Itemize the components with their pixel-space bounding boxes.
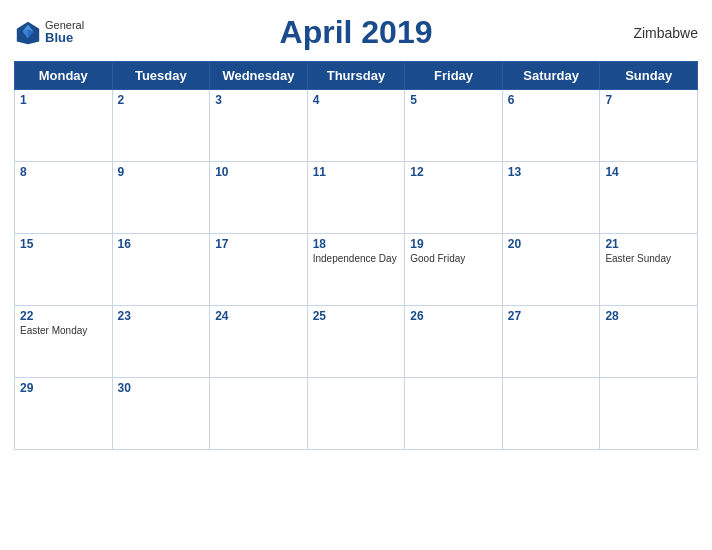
day-number-7: 7 (605, 93, 692, 107)
day-cell-14: 14 (600, 162, 698, 234)
day-cell-24: 24 (210, 306, 308, 378)
day-cell-30: 30 (112, 378, 210, 450)
day-cell-9: 9 (112, 162, 210, 234)
day-number-29: 29 (20, 381, 107, 395)
day-cell-17: 17 (210, 234, 308, 306)
day-number-12: 12 (410, 165, 497, 179)
day-number-20: 20 (508, 237, 595, 251)
logo-area: General Blue (14, 19, 84, 47)
day-number-6: 6 (508, 93, 595, 107)
logo-blue: Blue (45, 31, 84, 45)
calendar-body: 123456789101112131415161718Independence … (15, 90, 698, 450)
day-cell-empty (307, 378, 405, 450)
calendar-header: General Blue April 2019 Zimbabwe (14, 10, 698, 55)
day-cell-25: 25 (307, 306, 405, 378)
day-cell-22: 22Easter Monday (15, 306, 113, 378)
day-number-9: 9 (118, 165, 205, 179)
logo-icon (14, 19, 42, 47)
calendar-grid: Monday Tuesday Wednesday Thursday Friday… (14, 61, 698, 450)
day-cell-5: 5 (405, 90, 503, 162)
holiday-label: Good Friday (410, 253, 497, 264)
day-number-10: 10 (215, 165, 302, 179)
day-number-28: 28 (605, 309, 692, 323)
day-number-16: 16 (118, 237, 205, 251)
day-number-5: 5 (410, 93, 497, 107)
day-cell-29: 29 (15, 378, 113, 450)
header-tuesday: Tuesday (112, 62, 210, 90)
day-cell-12: 12 (405, 162, 503, 234)
day-number-27: 27 (508, 309, 595, 323)
day-cell-2: 2 (112, 90, 210, 162)
day-number-8: 8 (20, 165, 107, 179)
day-number-11: 11 (313, 165, 400, 179)
day-number-23: 23 (118, 309, 205, 323)
day-cell-6: 6 (502, 90, 600, 162)
week-row-2: 891011121314 (15, 162, 698, 234)
day-number-19: 19 (410, 237, 497, 251)
day-cell-empty (600, 378, 698, 450)
day-cell-20: 20 (502, 234, 600, 306)
day-cell-27: 27 (502, 306, 600, 378)
calendar-title: April 2019 (280, 14, 433, 51)
day-cell-empty (210, 378, 308, 450)
day-cell-8: 8 (15, 162, 113, 234)
day-cell-11: 11 (307, 162, 405, 234)
week-row-3: 15161718Independence Day19Good Friday202… (15, 234, 698, 306)
header-thursday: Thursday (307, 62, 405, 90)
holiday-label: Independence Day (313, 253, 400, 264)
day-number-26: 26 (410, 309, 497, 323)
day-number-15: 15 (20, 237, 107, 251)
header-wednesday: Wednesday (210, 62, 308, 90)
day-number-3: 3 (215, 93, 302, 107)
holiday-label: Easter Sunday (605, 253, 692, 264)
week-row-1: 1234567 (15, 90, 698, 162)
day-number-14: 14 (605, 165, 692, 179)
day-number-21: 21 (605, 237, 692, 251)
week-row-5: 2930 (15, 378, 698, 450)
day-cell-19: 19Good Friday (405, 234, 503, 306)
day-cell-21: 21Easter Sunday (600, 234, 698, 306)
day-number-17: 17 (215, 237, 302, 251)
calendar-container: General Blue April 2019 Zimbabwe Monday … (0, 0, 712, 550)
day-number-18: 18 (313, 237, 400, 251)
day-cell-1: 1 (15, 90, 113, 162)
day-cell-4: 4 (307, 90, 405, 162)
country-name: Zimbabwe (633, 25, 698, 41)
day-cell-15: 15 (15, 234, 113, 306)
day-cell-13: 13 (502, 162, 600, 234)
holiday-label: Easter Monday (20, 325, 107, 336)
day-cell-16: 16 (112, 234, 210, 306)
day-number-13: 13 (508, 165, 595, 179)
week-row-4: 22Easter Monday232425262728 (15, 306, 698, 378)
day-number-25: 25 (313, 309, 400, 323)
header-sunday: Sunday (600, 62, 698, 90)
header-saturday: Saturday (502, 62, 600, 90)
day-number-24: 24 (215, 309, 302, 323)
day-number-30: 30 (118, 381, 205, 395)
day-number-22: 22 (20, 309, 107, 323)
day-number-4: 4 (313, 93, 400, 107)
day-cell-18: 18Independence Day (307, 234, 405, 306)
day-cell-empty (405, 378, 503, 450)
day-cell-3: 3 (210, 90, 308, 162)
day-cell-23: 23 (112, 306, 210, 378)
logo-text: General Blue (45, 19, 84, 45)
weekday-header-row: Monday Tuesday Wednesday Thursday Friday… (15, 62, 698, 90)
day-cell-26: 26 (405, 306, 503, 378)
day-number-2: 2 (118, 93, 205, 107)
day-cell-empty (502, 378, 600, 450)
day-cell-10: 10 (210, 162, 308, 234)
header-monday: Monday (15, 62, 113, 90)
header-friday: Friday (405, 62, 503, 90)
day-cell-7: 7 (600, 90, 698, 162)
day-number-1: 1 (20, 93, 107, 107)
day-cell-28: 28 (600, 306, 698, 378)
